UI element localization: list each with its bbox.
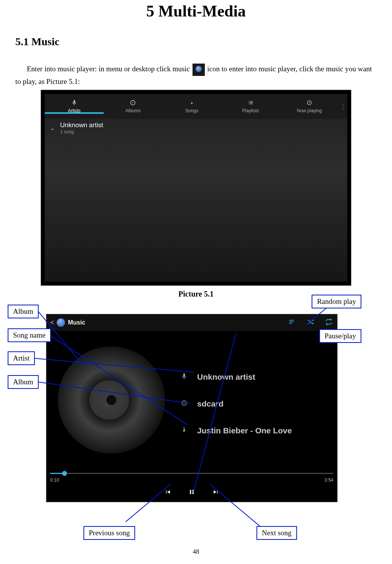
para1-pre: Enter into music player: in menu or desk… bbox=[27, 65, 192, 73]
callout-album: Album bbox=[8, 375, 39, 389]
now-playing-song-line: Justin Bieber - One Love bbox=[180, 426, 337, 435]
chapter-title: 5 Multi-Media bbox=[15, 2, 377, 20]
callout-album-art: Album bbox=[8, 305, 39, 318]
queue-icon[interactable] bbox=[288, 318, 296, 327]
screenshot-now-playing-annotated: < Music bbox=[15, 298, 377, 528]
tab-playlists[interactable]: Playlists bbox=[221, 100, 280, 113]
header-title: Music bbox=[68, 319, 85, 326]
page-number: 48 bbox=[0, 548, 392, 556]
pause-play-button[interactable] bbox=[188, 488, 196, 498]
mic-icon bbox=[71, 100, 77, 106]
now-playing-artist-line: Unknown artist bbox=[180, 372, 337, 382]
now-playing-song: Justin Bieber - One Love bbox=[197, 426, 292, 435]
tab-label: Songs bbox=[185, 108, 198, 113]
time-elapsed: 0:10 bbox=[50, 477, 59, 483]
screenshot-now-playing: < Music bbox=[46, 314, 338, 502]
callout-previous: Previous song bbox=[83, 526, 135, 540]
tab-albums[interactable]: Albums bbox=[104, 100, 163, 113]
tab-label: Playlists bbox=[242, 108, 259, 113]
mic-icon bbox=[180, 372, 188, 382]
treble-clef-icon bbox=[189, 100, 195, 106]
tab-label: Albums bbox=[125, 108, 140, 113]
artist-name: Unknown artist bbox=[60, 121, 103, 129]
back-icon[interactable]: < bbox=[50, 319, 54, 327]
svg-point-1 bbox=[132, 102, 134, 103]
overflow-menu-icon[interactable]: ⋮ bbox=[339, 102, 347, 111]
now-playing-artist: Unknown artist bbox=[197, 372, 255, 382]
tab-artists[interactable]: Artists bbox=[45, 100, 104, 113]
tab-now-playing[interactable]: Now playing bbox=[280, 100, 339, 113]
tab-label: Artists bbox=[68, 108, 80, 113]
chevron-down-icon: ⌄ bbox=[50, 125, 55, 131]
repeat-icon[interactable] bbox=[325, 318, 333, 327]
now-playing-icon bbox=[306, 100, 312, 106]
body-paragraph: Enter into music player: in menu or desk… bbox=[15, 63, 377, 87]
progress-bar[interactable]: 0:10 3:54 bbox=[46, 470, 337, 484]
progress-thumb[interactable] bbox=[62, 471, 67, 476]
callout-song-name: Song name bbox=[8, 328, 51, 342]
screenshot-music-library: Artists Albums Songs Playlists Now playi… bbox=[41, 90, 351, 286]
time-total: 3:54 bbox=[325, 477, 333, 483]
now-playing-album: sdcard bbox=[197, 399, 224, 408]
previous-button[interactable] bbox=[164, 489, 171, 497]
music-app-icon bbox=[193, 64, 205, 76]
disc-icon bbox=[180, 399, 188, 408]
now-playing-album-line: sdcard bbox=[180, 399, 337, 408]
artist-row[interactable]: ⌄ Unknown artist 1 song bbox=[45, 119, 347, 137]
callout-random-play: Random play bbox=[312, 295, 361, 308]
library-tabbar: Artists Albums Songs Playlists Now playi… bbox=[45, 94, 347, 119]
callout-pause-play: Pause/play bbox=[319, 329, 361, 343]
callout-artist: Artist bbox=[8, 351, 35, 365]
artist-song-count: 1 song bbox=[60, 129, 103, 134]
list-icon bbox=[248, 100, 254, 106]
tab-songs[interactable]: Songs bbox=[162, 100, 221, 113]
music-app-icon bbox=[57, 318, 65, 327]
tab-label: Now playing bbox=[297, 108, 322, 113]
disc-icon bbox=[130, 100, 136, 106]
svg-point-3 bbox=[309, 102, 310, 103]
callout-next: Next song bbox=[256, 526, 297, 540]
treble-clef-icon bbox=[180, 426, 188, 435]
section-title: 5.1 Music bbox=[15, 36, 377, 48]
